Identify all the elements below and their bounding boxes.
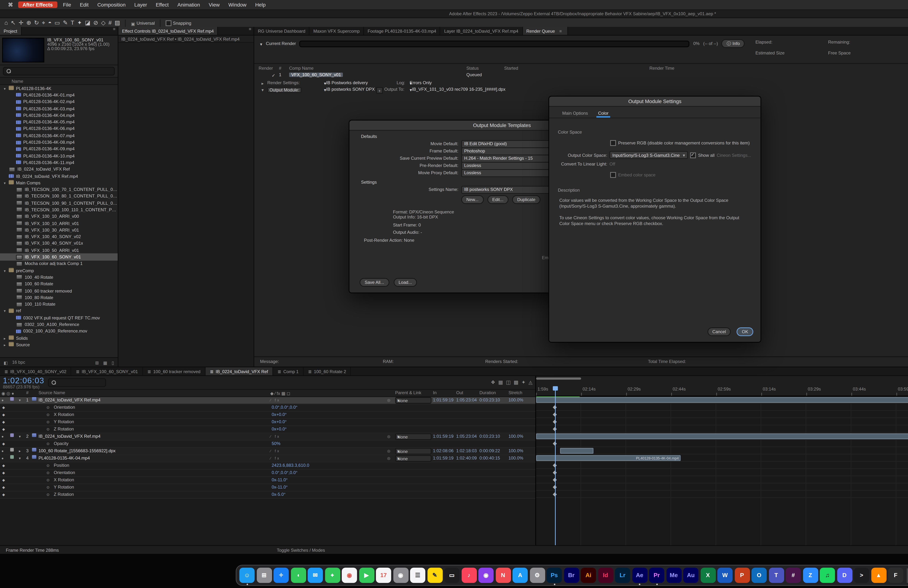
col-duration[interactable]: Duration <box>480 390 496 395</box>
property-row-y-rotation[interactable]: ◆⊙Y Rotation0x-11.0° <box>0 484 535 492</box>
tab-render-queue[interactable]: Render Queue≡ <box>523 27 568 35</box>
dock-icon-music[interactable]: ♪ <box>461 568 477 583</box>
col-in[interactable]: In <box>433 390 436 395</box>
th-render[interactable]: Render <box>259 66 273 71</box>
twirl-icon[interactable]: ▾ <box>260 41 262 46</box>
roto-brush-tool-icon[interactable]: ◇ <box>101 19 106 27</box>
snapping-toggle[interactable]: Snapping <box>166 20 191 26</box>
project-item-ib-tecson-100-80-1-content-pull-001[interactable]: IB_TECSON_100_80_1_CONTENT_PULL_001 <box>0 193 118 200</box>
work-area-bar[interactable] <box>536 378 581 380</box>
delete-icon[interactable]: ▯ <box>112 360 114 365</box>
menu-view[interactable]: View <box>204 2 224 7</box>
project-item-ib-tecson-100-70-1-content-pull-001[interactable]: IB_TECSON_100_70_1_CONTENT_PULL_001 <box>0 186 118 193</box>
property-row-x-rotation[interactable]: ◆⊙X Rotation0x+0.0° <box>0 411 535 419</box>
project-search-input[interactable] <box>13 68 111 74</box>
project-item-pl40128-0136-4k-08-mp4[interactable]: PL40128-0136-4K-08.mp4 <box>0 139 118 146</box>
layer-bar[interactable] <box>536 434 908 439</box>
property-value[interactable]: 2423.6,883.3,610.0 <box>272 463 309 469</box>
log-value[interactable]: Errors Only ▾ <box>410 80 412 86</box>
project-item-mocha-color-adj-track-comp-1[interactable]: Mocha color adj track Comp 1 <box>0 260 118 267</box>
property-track-x-rotation[interactable] <box>536 411 908 418</box>
edit-button[interactable]: Edit... <box>487 195 509 204</box>
motion-blur-icon[interactable]: ✦ <box>522 380 526 386</box>
project-item-ib-tecson-100-100-110-1-content-pull-001[interactable]: IB_TECSON_100_100_110_1_CONTENT_PULL_001 <box>0 206 118 213</box>
puppet-pin-tool-icon[interactable]: # <box>108 19 112 27</box>
dock-icon-messages[interactable]: ◖ <box>291 568 306 583</box>
th-status[interactable]: Status <box>466 66 479 71</box>
stopwatch-icon[interactable]: ⊙ <box>47 477 50 484</box>
property-row-z-rotation[interactable]: ◆⊙Z Rotation0x-5.0° <box>0 492 535 499</box>
keyframe-navigator-icon[interactable]: ◆ <box>2 426 5 433</box>
default-row-dropdown[interactable]: IB Edit DNxHD (good)▾ <box>461 140 562 148</box>
property-name[interactable]: Position <box>54 463 69 469</box>
property-name[interactable]: Z Rotation <box>54 426 74 433</box>
col-parent-link[interactable]: Parent & Link <box>395 390 421 395</box>
project-item-0302-100-a100-reference-mov[interactable]: 0302_100_A100_Reference.mov <box>0 328 118 335</box>
layer-in-value[interactable]: 1:01:59:19 <box>433 397 454 403</box>
property-value[interactable]: 0x-11.0° <box>272 484 288 491</box>
dock-icon-calendar[interactable]: 17 <box>376 568 391 583</box>
layer-stretch-value[interactable]: 100.0% <box>509 434 523 440</box>
menu-help[interactable]: Help <box>251 2 270 7</box>
layer-out-value[interactable]: 1:02:18:03 <box>456 448 477 455</box>
dock-icon-photoshop[interactable]: Ps <box>547 568 562 583</box>
type-tool-icon[interactable]: T <box>71 19 74 27</box>
default-row-dropdown[interactable]: Photoshop▾ <box>461 147 562 155</box>
tab-effect-controls[interactable]: Effect Controls IB_0224_toDavid_VFX Ref.… <box>118 27 218 35</box>
keyframe-icon[interactable] <box>553 492 557 496</box>
keyframe-icon[interactable] <box>553 463 557 467</box>
stopwatch-icon[interactable]: ⊙ <box>47 404 50 411</box>
dock-icon-lightroom[interactable]: Lr <box>615 568 630 583</box>
tab-maxon-vfx-supercomp[interactable]: Maxon VFX Supercomp <box>310 27 364 35</box>
orbit-camera-tool-icon[interactable]: ↻ <box>34 19 39 27</box>
dock-icon-maps[interactable]: ⌖ <box>325 568 340 583</box>
layer-switches-icons[interactable]: ⁄ fx <box>270 434 280 440</box>
menu-effect[interactable]: Effect <box>151 2 173 7</box>
property-row-orientation[interactable]: ◆⊙Orientation0.0°,0.0°,0.0° <box>0 470 535 477</box>
twirl-icon[interactable]: ▾ <box>19 397 21 403</box>
dock-icon-finder[interactable]: ☺ <box>239 568 254 583</box>
dock-icon-zoom[interactable]: Z <box>803 568 818 583</box>
universal-toggle[interactable]: ▣ Universal <box>131 21 155 26</box>
property-track-z-rotation[interactable] <box>536 426 908 433</box>
property-name[interactable]: Opacity <box>54 441 68 447</box>
property-value[interactable]: 50% <box>272 441 280 447</box>
keyframe-navigator-icon[interactable]: ◆ <box>2 404 5 411</box>
layer-visibility-icon[interactable]: ● <box>2 397 4 403</box>
default-row-dropdown[interactable]: H.264 - Match Render Settings - 15▾ <box>461 154 562 162</box>
project-item-pl40128-0136-4k-04-mp4[interactable]: PL40128-0136-4K-04.mp4 <box>0 112 118 119</box>
settings-name-dropdown[interactable]: IB postworks SONY DPX▾ <box>461 185 562 193</box>
dock-icon-teams[interactable]: T <box>768 568 784 583</box>
embed-row[interactable]: Embed color space <box>610 172 655 178</box>
property-name[interactable]: Z Rotation <box>54 492 74 498</box>
layer-row-pl40128-0135-4k-04-mp4[interactable]: ●▾4PL40128-0135-4K-04.mp4⁄ fx◎None▾1:01:… <box>0 455 535 463</box>
keyframe-navigator-icon[interactable]: ◆ <box>2 419 5 426</box>
keyframe-navigator-icon[interactable]: ◆ <box>2 477 5 484</box>
project-item-pl40128-0136-4k[interactable]: ▾PL40128-0136-4K <box>0 85 118 92</box>
eraser-tool-icon[interactable]: ⊘ <box>93 19 98 27</box>
dock-icon-excel[interactable]: X <box>700 568 715 583</box>
project-item-100-60-tracker-removed[interactable]: 100_60 tracker removed <box>0 288 118 294</box>
property-track-opacity[interactable] <box>536 440 908 447</box>
keyframe-navigator-icon[interactable]: ◆ <box>2 411 5 418</box>
comp-tab-100-60-tracker-removed[interactable]: ≣100_60 tracker removed <box>143 367 205 375</box>
default-row-dropdown[interactable]: Lossless▾ <box>461 162 562 170</box>
layer-duration-value[interactable]: 0:00:09:22 <box>480 448 500 455</box>
property-row-position[interactable]: ◆⊙Position2423.6,883.3,610.0 <box>0 463 535 470</box>
parent-pickwhip-icon[interactable]: ◎ <box>387 397 390 403</box>
pen-tool-icon[interactable]: ✎ <box>63 19 68 27</box>
property-track-orientation[interactable] <box>536 403 908 411</box>
comp-tab-ib-0224-todavid-vfx-ref[interactable]: ≣IB_0224_toDavid_VFX Ref <box>206 367 273 375</box>
menu-window[interactable]: Window <box>224 2 251 7</box>
menu-file[interactable]: File <box>59 2 76 7</box>
property-value[interactable]: 0x+0.0° <box>272 426 287 433</box>
cancel-button[interactable]: Cancel <box>707 328 731 336</box>
menu-layer[interactable]: Layer <box>130 2 151 7</box>
stopwatch-icon[interactable]: ⊙ <box>47 441 50 447</box>
keyframe-icon[interactable] <box>553 470 557 474</box>
dock-icon-mail[interactable]: ✉ <box>307 568 323 583</box>
parent-link-dropdown[interactable]: None▾ <box>395 397 431 403</box>
dock-icon-facetime[interactable]: ▶ <box>359 568 374 583</box>
dock-icon-spotify[interactable]: ♫ <box>820 568 835 583</box>
panel-menu-icon[interactable]: ≡ <box>246 27 253 35</box>
